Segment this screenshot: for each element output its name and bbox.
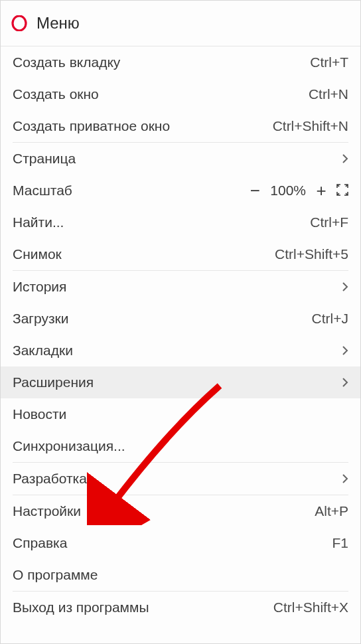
menu-item-label: Создать приватное окно <box>13 118 266 134</box>
menu-item-exit[interactable]: Выход из программы Ctrl+Shift+X <box>1 592 360 623</box>
shortcut: Ctrl+N <box>309 86 348 102</box>
svg-point-0 <box>13 16 26 31</box>
menu-item-history[interactable]: История <box>1 271 360 303</box>
chevron-right-icon <box>342 375 348 390</box>
shortcut: Ctrl+Shift+X <box>273 600 348 615</box>
shortcut: F1 <box>332 535 348 551</box>
chevron-right-icon <box>342 280 348 295</box>
menu-item-label: История <box>13 279 342 295</box>
zoom-in-button[interactable]: + <box>314 182 328 199</box>
menu-item-developer[interactable]: Разработка <box>1 463 360 495</box>
menu-item-page[interactable]: Страница <box>1 143 360 175</box>
menu-item-label: Страница <box>13 151 342 167</box>
menu-item-label: Справка <box>13 535 325 551</box>
menu-item-sync[interactable]: Синхронизация... <box>1 430 360 462</box>
menu-item-about[interactable]: О программе <box>1 559 360 591</box>
chevron-right-icon <box>342 343 348 359</box>
chevron-right-icon <box>342 471 348 487</box>
menu-header: Меню <box>1 1 360 46</box>
zoom-controls: − 100% + <box>248 182 348 199</box>
menu-item-label: О программе <box>13 567 348 583</box>
menu-title: Меню <box>36 14 80 33</box>
menu-item-find[interactable]: Найти... Ctrl+F <box>1 206 360 238</box>
menu-item-label: Загрузки <box>13 311 305 327</box>
menu-item-help[interactable]: Справка F1 <box>1 527 360 559</box>
zoom-out-button[interactable]: − <box>248 182 262 199</box>
menu-item-label: Синхронизация... <box>13 438 348 454</box>
menu-item-extensions[interactable]: Расширения <box>1 366 360 398</box>
shortcut: Ctrl+Shift+N <box>273 118 348 134</box>
menu-item-label: Новости <box>13 406 348 422</box>
menu-item-label: Масштаб <box>13 183 248 199</box>
chevron-right-icon <box>342 151 348 167</box>
menu-item-settings[interactable]: Настройки Alt+P <box>1 495 360 527</box>
menu-item-downloads[interactable]: Загрузки Ctrl+J <box>1 303 360 335</box>
main-menu: Меню Создать вкладку Ctrl+T Создать окно… <box>0 0 361 644</box>
menu-item-snapshot[interactable]: Снимок Ctrl+Shift+5 <box>1 238 360 270</box>
shortcut: Ctrl+J <box>312 311 348 327</box>
menu-item-label: Закладки <box>13 343 342 359</box>
menu-item-new-private[interactable]: Создать приватное окно Ctrl+Shift+N <box>1 110 360 142</box>
menu-item-label: Выход из программы <box>13 600 267 615</box>
opera-icon <box>11 15 27 31</box>
menu-item-label: Создать окно <box>13 86 302 102</box>
menu-item-new-tab[interactable]: Создать вкладку Ctrl+T <box>1 46 360 78</box>
menu-item-zoom[interactable]: Масштаб − 100% + <box>1 175 360 206</box>
shortcut: Ctrl+F <box>310 214 348 230</box>
menu-item-label: Настройки <box>13 503 308 519</box>
menu-item-label: Найти... <box>13 214 303 230</box>
menu-item-label: Расширения <box>13 374 342 390</box>
menu-item-label: Снимок <box>13 246 268 262</box>
shortcut: Ctrl+Shift+5 <box>275 246 348 262</box>
shortcut: Alt+P <box>315 503 348 519</box>
menu-item-news[interactable]: Новости <box>1 398 360 430</box>
zoom-level: 100% <box>270 183 306 199</box>
menu-item-label: Разработка <box>13 471 342 487</box>
menu-item-bookmarks[interactable]: Закладки <box>1 335 360 366</box>
menu-item-label: Создать вкладку <box>13 54 303 70</box>
menu-item-new-window[interactable]: Создать окно Ctrl+N <box>1 78 360 110</box>
fullscreen-icon[interactable] <box>336 184 348 198</box>
shortcut: Ctrl+T <box>310 54 348 70</box>
